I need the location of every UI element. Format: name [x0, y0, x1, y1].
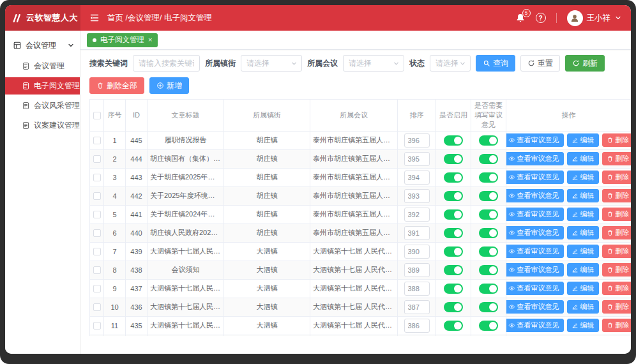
- row-checkbox[interactable]: [93, 192, 101, 200]
- enabled-toggle[interactable]: [444, 172, 463, 183]
- town-label: 所属镇街: [205, 58, 236, 69]
- enabled-toggle[interactable]: [444, 246, 463, 257]
- need-opinion-toggle[interactable]: [479, 191, 498, 201]
- notification-bell-icon[interactable]: 5: [515, 13, 526, 23]
- delete-button[interactable]: 删除: [602, 263, 632, 277]
- delete-all-button[interactable]: 删除全部: [89, 77, 144, 94]
- add-button[interactable]: 新增: [149, 77, 189, 94]
- delete-button[interactable]: 删除: [602, 300, 632, 314]
- sidebar-item-meeting-style-management[interactable]: 会议风采管理: [5, 97, 80, 114]
- select-all-checkbox[interactable]: [93, 112, 101, 119]
- row-checkbox[interactable]: [93, 248, 101, 255]
- sort-input[interactable]: [404, 300, 430, 314]
- edit-button[interactable]: 编辑: [567, 208, 599, 221]
- sort-input[interactable]: [404, 152, 430, 166]
- need-opinion-toggle[interactable]: [479, 209, 498, 220]
- view-opinion-button[interactable]: 查看审议意见: [506, 171, 564, 184]
- sidebar-item-proposal-management[interactable]: 议案建议管理: [5, 117, 80, 134]
- row-checkbox[interactable]: [93, 322, 101, 330]
- view-opinion-button[interactable]: 查看审议意见: [506, 282, 564, 295]
- sidebar-group-meeting-management[interactable]: 会议管理: [5, 36, 80, 55]
- reset-button[interactable]: 重置: [520, 55, 560, 72]
- view-opinion-button[interactable]: 查看审议意见: [506, 133, 564, 147]
- enabled-toggle[interactable]: [444, 209, 463, 220]
- edit-button[interactable]: 编辑: [567, 152, 599, 165]
- sort-input[interactable]: [404, 208, 430, 222]
- enabled-toggle[interactable]: [444, 154, 463, 164]
- need-opinion-toggle[interactable]: [479, 321, 498, 331]
- edit-button[interactable]: 编辑: [567, 319, 599, 332]
- need-opinion-toggle[interactable]: [479, 228, 498, 238]
- enabled-toggle[interactable]: [444, 228, 463, 238]
- sort-input[interactable]: [404, 171, 430, 185]
- delete-button[interactable]: 删除: [602, 171, 632, 184]
- row-checkbox[interactable]: [93, 155, 101, 163]
- delete-button[interactable]: 删除: [602, 245, 632, 258]
- need-opinion-toggle[interactable]: [479, 284, 498, 294]
- enabled-toggle[interactable]: [444, 284, 463, 294]
- row-checkbox[interactable]: [93, 266, 101, 274]
- row-checkbox[interactable]: [93, 229, 101, 237]
- view-opinion-button[interactable]: 查看审议意见: [506, 300, 564, 314]
- search-button[interactable]: 查询: [476, 55, 515, 72]
- view-opinion-button[interactable]: 查看审议意见: [506, 319, 564, 332]
- edit-button[interactable]: 编辑: [567, 226, 599, 239]
- status-select[interactable]: 请选择: [430, 55, 471, 72]
- delete-button[interactable]: 删除: [602, 133, 632, 147]
- sort-input[interactable]: [404, 282, 430, 296]
- sort-input[interactable]: [404, 319, 430, 333]
- sidebar-collapse-icon[interactable]: [89, 13, 100, 23]
- need-opinion-toggle[interactable]: [479, 172, 498, 183]
- edit-button[interactable]: 编辑: [567, 189, 599, 202]
- row-checkbox[interactable]: [93, 174, 101, 181]
- meeting-select[interactable]: 请选择: [343, 55, 404, 72]
- sort-input[interactable]: [404, 263, 430, 277]
- refresh-button[interactable]: 刷新: [565, 55, 605, 72]
- edit-button[interactable]: 编辑: [567, 171, 599, 184]
- row-checkbox[interactable]: [93, 303, 101, 311]
- row-checkbox[interactable]: [93, 137, 101, 144]
- enabled-toggle[interactable]: [444, 191, 463, 201]
- edit-button[interactable]: 编辑: [567, 133, 599, 147]
- delete-button[interactable]: 删除: [602, 226, 632, 239]
- edit-button[interactable]: 编辑: [567, 300, 599, 314]
- edit-button[interactable]: 编辑: [567, 263, 599, 277]
- row-checkbox[interactable]: [93, 285, 101, 292]
- keyword-input[interactable]: [133, 55, 200, 72]
- delete-button[interactable]: 删除: [602, 189, 632, 202]
- need-opinion-toggle[interactable]: [479, 265, 498, 275]
- tab-ereading-management[interactable]: 电子阅文管理 ×: [87, 33, 158, 47]
- help-icon[interactable]: ?: [536, 13, 546, 23]
- need-opinion-toggle[interactable]: [479, 302, 498, 312]
- delete-button[interactable]: 删除: [602, 282, 632, 295]
- delete-button[interactable]: 删除: [602, 319, 632, 332]
- need-opinion-toggle[interactable]: [479, 135, 498, 146]
- view-opinion-button[interactable]: 查看审议意见: [506, 245, 564, 258]
- enabled-toggle[interactable]: [444, 265, 463, 275]
- sort-input[interactable]: [404, 133, 430, 148]
- enabled-toggle[interactable]: [444, 302, 463, 312]
- delete-button[interactable]: 删除: [602, 152, 632, 165]
- row-checkbox[interactable]: [93, 211, 101, 218]
- sort-input[interactable]: [404, 189, 430, 203]
- edit-button[interactable]: 编辑: [567, 282, 599, 295]
- delete-button[interactable]: 删除: [602, 208, 632, 221]
- view-opinion-button[interactable]: 查看审议意见: [506, 189, 564, 202]
- sort-input[interactable]: [404, 226, 430, 240]
- need-opinion-toggle[interactable]: [479, 154, 498, 164]
- breadcrumb[interactable]: 首页 /会议管理/ 电子阅文管理: [107, 13, 212, 24]
- edit-button[interactable]: 编辑: [567, 245, 599, 258]
- sidebar-item-meeting-management[interactable]: 会议管理: [5, 57, 80, 75]
- enabled-toggle[interactable]: [444, 135, 463, 146]
- view-opinion-button[interactable]: 查看审议意见: [506, 152, 564, 165]
- user-menu[interactable]: 王小祥: [567, 10, 623, 26]
- town-select[interactable]: 请选择: [241, 55, 302, 72]
- tab-close-icon[interactable]: ×: [148, 36, 152, 43]
- sidebar-item-ereading-management[interactable]: 电子阅文管理: [5, 77, 80, 95]
- need-opinion-toggle[interactable]: [479, 246, 498, 257]
- sort-input[interactable]: [404, 245, 430, 259]
- view-opinion-button[interactable]: 查看审议意见: [506, 208, 564, 221]
- enabled-toggle[interactable]: [444, 321, 463, 331]
- view-opinion-button[interactable]: 查看审议意见: [506, 263, 564, 277]
- view-opinion-button[interactable]: 查看审议意见: [506, 226, 564, 239]
